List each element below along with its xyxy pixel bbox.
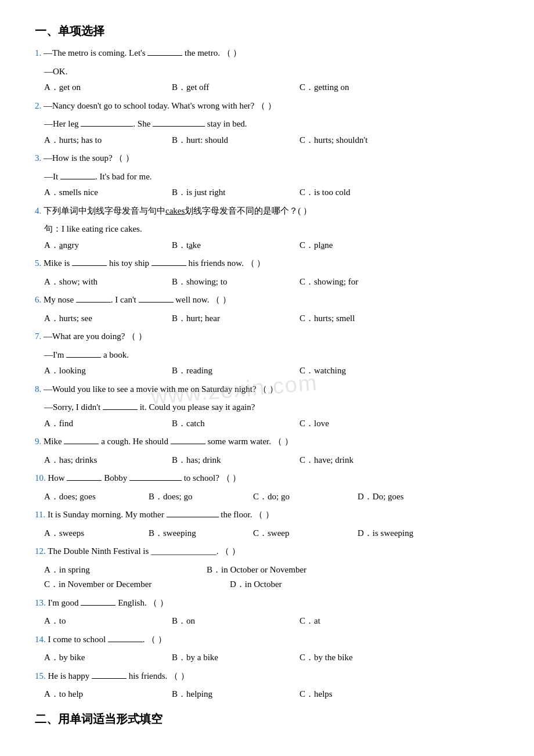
q1-num: 1.: [35, 48, 41, 57]
q7-optB: B．reading: [172, 363, 300, 379]
q5-options: A．show; with B．showing; to C．showing; fo…: [44, 275, 499, 290]
q14-optA: A．by bike: [44, 650, 172, 665]
q13-options: A．to B．on C．at: [44, 614, 499, 629]
question-3: 3. —How is the soup? （ ）: [35, 151, 499, 166]
question-15: 15. He is happy his friends. （ ）: [35, 669, 499, 684]
q4-options: A．angry B．take C．plane: [44, 238, 499, 253]
q5-blank2: [151, 265, 186, 266]
q6-num: 6.: [35, 295, 41, 304]
q12-optB: B．in October or November: [207, 563, 392, 578]
q4-underline: cakes: [165, 206, 185, 215]
q1-optA: A．get on: [44, 80, 172, 95]
q8-num: 8.: [35, 384, 41, 394]
section2-title: 二、用单词适当形式填空: [35, 711, 499, 727]
q12-options: A．in spring B．in October or November C．i…: [44, 563, 499, 592]
q11-num: 11.: [35, 510, 45, 519]
q4-dialog: 句：I like eating rice cakes.: [44, 222, 499, 237]
question-6: 6. My nose . I can't well now. （ ）: [35, 293, 499, 308]
q3-optB: B．is just right: [172, 185, 300, 200]
q10-blank2: [129, 480, 182, 481]
q11-optC: C．sweep: [253, 526, 358, 541]
q7-optC: C．watching: [300, 363, 427, 379]
q2-blank1: [81, 126, 133, 127]
q5-blank1: [72, 265, 107, 266]
q14-blank: [108, 642, 143, 642]
q9-optA: A．has; drinks: [44, 453, 172, 468]
section1-title: 一、单项选择: [35, 23, 499, 39]
q15-blank: [92, 678, 127, 679]
q14-optB: B．by a bike: [172, 650, 300, 665]
q1-dialog: —OK.: [44, 64, 499, 80]
q13-num: 13.: [35, 598, 46, 607]
q4-num: 4.: [35, 206, 41, 215]
question-4: 4. 下列单词中划线字母发音与句中cakes划线字母发音不同的是哪个？( ）: [35, 204, 499, 219]
q4-optB: B．take: [172, 238, 300, 253]
q6-options: A．hurts; see B．hurt; hear C．hurts; smell: [44, 311, 499, 326]
q13-optC: C．at: [300, 614, 427, 629]
q3-num: 3.: [35, 153, 41, 163]
question-7: 7. —What are you doing? （ ）: [35, 329, 499, 344]
q11-optD: D．is sweeping: [358, 526, 462, 541]
q14-optC: C．by the bike: [300, 650, 427, 665]
q6-optB: B．hurt; hear: [172, 311, 300, 326]
q15-optB: B．helping: [172, 687, 300, 702]
question-13: 13. I'm good English. （ ）: [35, 596, 499, 611]
q7-options: A．looking B．reading C．watching: [44, 363, 499, 379]
question-9: 9. Mike a cough. He should some warm wat…: [35, 434, 499, 449]
q5-optB: B．showing; to: [172, 275, 300, 290]
q10-optB: B．does; go: [149, 489, 253, 505]
q2-options: A．hurts; has to B．hurt: should C．hurts; …: [44, 133, 499, 148]
q15-options: A．to help B．helping C．helps: [44, 687, 499, 702]
q13-optB: B．on: [172, 614, 300, 629]
q4-optA: A．angry: [44, 238, 172, 253]
q5-num: 5.: [35, 258, 41, 268]
q9-blank1: [64, 444, 99, 444]
q2-optA: A．hurts; has to: [44, 133, 172, 148]
q15-optC: C．helps: [300, 687, 427, 702]
q3-blank: [60, 179, 95, 179]
q3-optA: A．smells nice: [44, 185, 172, 200]
q12-optD: D．in October: [230, 577, 392, 592]
q1-blank: [147, 55, 182, 56]
q2-num: 2.: [35, 101, 41, 110]
question-10: 10. How Bobby to school? （ ）: [35, 471, 499, 486]
question-12: 12. The Double Ninth Festival is _______…: [35, 544, 499, 559]
q7-num: 7.: [35, 332, 41, 341]
q8-optC: C．love: [300, 416, 427, 431]
q1-options: A．get on B．get off C．getting on: [44, 80, 499, 95]
q2-optB: B．hurt: should: [172, 133, 300, 148]
q6-blank2: [139, 302, 174, 303]
q8-blank: [103, 409, 138, 410]
question-8: 8. —Would you like to see a movie with m…: [35, 382, 499, 397]
q10-num: 10.: [35, 473, 46, 483]
q5-optC: C．showing; for: [300, 275, 427, 290]
q12-optA: A．in spring: [44, 563, 207, 578]
q6-blank1: [76, 302, 111, 303]
q10-blank1: [67, 480, 102, 481]
question-14: 14. I come to school . （ ）: [35, 632, 499, 647]
q12-num: 12.: [35, 546, 46, 556]
q1-optC: C．getting on: [300, 80, 427, 95]
q8-dialog: —Sorry, I didn't it. Could you please sa…: [44, 400, 499, 415]
question-1: 1. —The metro is coming. Let's the metro…: [35, 46, 499, 61]
q13-optA: A．to: [44, 614, 172, 629]
q11-optA: A．sweeps: [44, 526, 149, 541]
q11-blank: [167, 517, 219, 517]
q15-optA: A．to help: [44, 687, 172, 702]
question-11: 11. It is Sunday morning. My mother the …: [35, 507, 499, 523]
q6-optC: C．hurts; smell: [300, 311, 427, 326]
q13-blank: [81, 605, 116, 606]
q9-optB: B．has; drink: [172, 453, 300, 468]
question-5: 5. Mike is his toy ship his friends now.…: [35, 256, 499, 271]
q9-optC: C．have; drink: [300, 453, 427, 468]
q7-optA: A．looking: [44, 363, 172, 379]
q10-optD: D．Do; goes: [358, 489, 462, 505]
q14-num: 14.: [35, 635, 46, 644]
q1-optB: B．get off: [172, 80, 300, 95]
q9-blank2: [171, 444, 205, 444]
q14-options: A．by bike B．by a bike C．by the bike: [44, 650, 499, 665]
q10-optC: C．do; go: [253, 489, 358, 505]
q8-optA: A．find: [44, 416, 172, 431]
q15-num: 15.: [35, 671, 46, 681]
q2-blank2: [153, 126, 205, 127]
